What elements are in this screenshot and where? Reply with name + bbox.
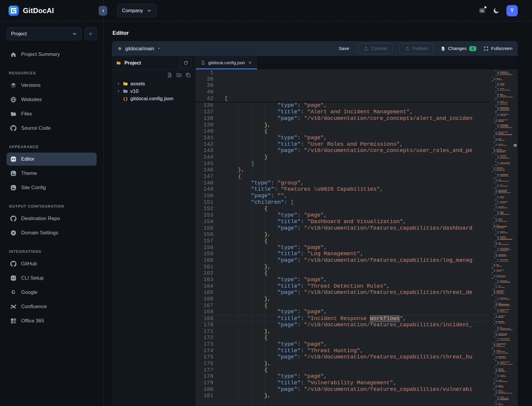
save-button[interactable]: Save — [337, 46, 351, 51]
tree-item-assets[interactable]: assets — [114, 80, 193, 87]
code-line-138[interactable]: 138 "page": "/v10/documentation/core_con… — [196, 115, 489, 122]
tree-item-v10[interactable]: v10 — [114, 87, 193, 95]
folder-slate-icon — [123, 88, 128, 94]
code-editor[interactable]: 138394042[ 136 "type": "page",137 "title… — [196, 70, 518, 406]
project-select-dropdown[interactable]: Project — [7, 27, 82, 40]
code-line-164[interactable]: 164 "title": "Threat Detection Rules", — [196, 283, 489, 290]
code-line-140[interactable]: 140 { — [196, 128, 489, 135]
add-project-button[interactable]: + — [85, 27, 97, 40]
code-line-153[interactable]: 153 "type": "page", — [196, 212, 489, 219]
code-line-145[interactable]: 145 ] — [196, 161, 489, 167]
sidebar-item-websites[interactable]: Websites — [7, 93, 97, 106]
new-file-icon[interactable] — [167, 72, 173, 78]
sidebar-item-label: Google — [21, 289, 37, 295]
code-line-160[interactable]: 160 "page": "/v10/documentation/features… — [196, 257, 489, 264]
code-line-139[interactable]: 139 }, — [196, 122, 489, 128]
sidebar-item-google[interactable]: GGoogle — [7, 286, 97, 299]
sidebar-item-versions[interactable]: Versions — [7, 79, 97, 92]
minimap-line — [500, 88, 504, 89]
code-line-154[interactable]: 154 "title": "Dashboard and Visualizatio… — [196, 219, 489, 225]
code-line-38[interactable]: 38 — [196, 76, 489, 83]
code-line-163[interactable]: 163 "type": "page", — [196, 277, 489, 283]
sidebar-item-destination-repo[interactable]: Destination Repo — [7, 212, 97, 225]
code-line-149[interactable]: 149 "title": "Features \u0026 Capabiliti… — [196, 186, 489, 193]
workspace-dropdown[interactable]: Company — [117, 4, 157, 17]
code-line-39[interactable]: 39 — [196, 82, 489, 89]
code-line-162[interactable]: 162 { — [196, 270, 489, 277]
code-line-40[interactable]: 40 — [196, 89, 489, 95]
code-line-156[interactable]: 156 }, — [196, 231, 489, 238]
code-line-169[interactable]: 169 "title": "Incident Response Workflow… — [196, 315, 489, 322]
scrollbar-handle[interactable] — [514, 144, 517, 147]
changelog-button[interactable] — [478, 7, 486, 14]
user-avatar[interactable]: Y — [506, 5, 518, 16]
code-line-170[interactable]: 170 "page": "/v10/documentation/features… — [196, 322, 489, 328]
code-line-136[interactable]: 136 "type": "page", — [196, 102, 489, 109]
sidebar-collapse-button[interactable] — [99, 6, 107, 15]
sidebar-item-site-config[interactable]: Site Config — [7, 181, 97, 194]
minimap-line — [500, 196, 504, 197]
code-line-166[interactable]: 166 }, — [196, 296, 489, 302]
code-line-167[interactable]: 167 { — [196, 302, 489, 309]
tree-item-gitdocai-config-json[interactable]: {}gitdocai.config.json — [114, 95, 193, 102]
code-line-148[interactable]: 148 "type": "group", — [196, 180, 489, 186]
sidebar-item-github[interactable]: GitHub — [7, 257, 97, 270]
code-line-158[interactable]: 158 "type": "page", — [196, 244, 489, 251]
code-line-175[interactable]: 175 "page": "/v10/documentation/features… — [196, 354, 489, 360]
code-line-177[interactable]: 177 { — [196, 367, 489, 374]
commit-button[interactable]: Commit — [358, 43, 392, 54]
code-line-155[interactable]: 155 "page": "/v10/documentation/features… — [196, 225, 489, 232]
sidebar-item-files[interactable]: Files — [7, 107, 97, 120]
changes-button[interactable]: Changes 0 — [440, 46, 476, 51]
code-line-181[interactable]: 181 }, — [196, 393, 489, 399]
minimap-line — [495, 113, 496, 113]
code-line-147[interactable]: 147 { — [196, 173, 489, 180]
code-line-159[interactable]: 159 "title": "Log Management", — [196, 251, 489, 257]
code-line-172[interactable]: 172 { — [196, 335, 489, 341]
code-line-137[interactable]: 137 "title": "Alert and Incident Managem… — [196, 109, 489, 115]
tab-close-icon[interactable] — [248, 60, 252, 65]
code-line-142[interactable]: 142 "title": "User Roles and Permissions… — [196, 141, 489, 148]
minimap[interactable] — [489, 70, 514, 406]
code-line-141[interactable]: 141 "type": "page", — [196, 135, 489, 141]
code-line-152[interactable]: 152 { — [196, 206, 489, 212]
code-line-146[interactable]: 146 }, — [196, 167, 489, 173]
minimap-line — [495, 86, 497, 87]
new-folder-icon[interactable] — [176, 72, 182, 78]
sidebar-item-confluence[interactable]: Confluence — [7, 300, 97, 313]
code-line-151[interactable]: 151 "children": [ — [196, 199, 489, 206]
refresh-button[interactable] — [180, 58, 192, 68]
code-line-174[interactable]: 174 "title": "Threat Hunting", — [196, 348, 489, 354]
sidebar-item-office-365[interactable]: Office 365 — [7, 314, 97, 327]
publish-button[interactable]: Publish — [400, 43, 433, 54]
sidebar-item-cli-setup[interactable]: CLI Setup — [7, 272, 97, 285]
sidebar-item-theme[interactable]: Theme — [7, 167, 97, 180]
code-line-168[interactable]: 168 "type": "page", — [196, 309, 489, 315]
sidebar-item-domain-settings[interactable]: Domain Settings — [7, 226, 97, 239]
code-line-171[interactable]: 171 }, — [196, 328, 489, 335]
line-number: 181 — [196, 393, 213, 399]
fullscreen-button[interactable]: Fullscreen — [484, 46, 513, 51]
code-line-165[interactable]: 165 "page": "/v10/documentation/features… — [196, 289, 489, 296]
sidebar-item-source-code[interactable]: Source Code — [7, 122, 97, 135]
sidebar-item-project-summary[interactable]: Project Summary — [7, 48, 97, 61]
sidebar-item-editor[interactable]: Editor — [7, 153, 97, 166]
code-line-179[interactable]: 179 "title": "Vulnerability Management", — [196, 380, 489, 386]
code-line-180[interactable]: 180 "page": "/v10/documentation/features… — [196, 386, 489, 393]
code-line-161[interactable]: 161 }, — [196, 264, 489, 270]
code-line-1[interactable]: 1 — [196, 70, 489, 76]
code-line-173[interactable]: 173 "type": "page", — [196, 341, 489, 348]
minimap-line — [497, 298, 499, 298]
code-line-143[interactable]: 143 "page": "/v10/documentation/core_con… — [196, 148, 489, 154]
code-line-176[interactable]: 176 }, — [196, 360, 489, 367]
code-line-157[interactable]: 157 { — [196, 238, 489, 244]
code-line-178[interactable]: 178 "type": "page", — [196, 373, 489, 380]
tab-gitdocai-config[interactable]: gitdocai.config.json — [196, 56, 257, 69]
code-line-42[interactable]: 42[ — [196, 95, 489, 102]
code-line-150[interactable]: 150 "page": "", — [196, 193, 489, 199]
code-line-144[interactable]: 144 } — [196, 154, 489, 161]
dark-mode-toggle[interactable] — [493, 7, 500, 14]
sidebar-item-label: CLI Setup — [21, 275, 44, 281]
collapse-all-icon[interactable] — [185, 72, 191, 78]
branch-selector[interactable]: gitdocai/main — [117, 46, 161, 51]
